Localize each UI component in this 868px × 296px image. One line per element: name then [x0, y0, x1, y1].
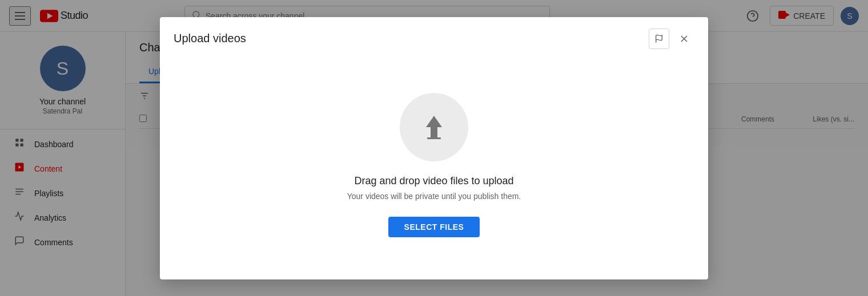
select-files-button[interactable]: SELECT FILES	[388, 217, 480, 237]
modal-overlay[interactable]: Upload videos	[0, 0, 868, 296]
modal-header-actions	[649, 29, 694, 49]
svg-marker-23	[426, 116, 442, 137]
modal-flag-button[interactable]	[649, 29, 669, 49]
modal-close-button[interactable]	[674, 29, 694, 49]
upload-arrow-icon	[418, 111, 450, 143]
modal-title: Upload videos	[174, 32, 246, 45]
upload-modal: Upload videos	[160, 17, 708, 279]
upload-sub-text: Your videos will be private until you pu…	[347, 192, 521, 201]
modal-body: Drag and drop video files to upload Your…	[160, 58, 708, 279]
upload-main-text: Drag and drop video files to upload	[354, 175, 513, 187]
modal-header: Upload videos	[160, 17, 708, 58]
upload-circle	[400, 93, 468, 161]
svg-rect-24	[427, 137, 441, 139]
